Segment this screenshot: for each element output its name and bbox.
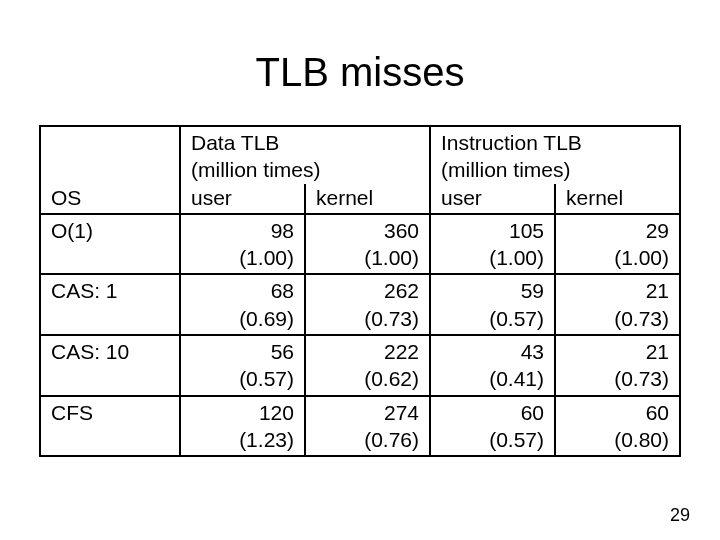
table-row: O(1) 98(1.00) 360(1.00) 105(1.00) 29(1.0… (40, 214, 680, 275)
cell: 120(1.23) (180, 396, 305, 457)
table-row: CAS: 1 68(0.69) 262(0.73) 59(0.57) 21(0.… (40, 274, 680, 335)
cell: 56(0.57) (180, 335, 305, 396)
row-os: CAS: 1 (40, 274, 180, 335)
cell: 68(0.69) (180, 274, 305, 335)
slide: TLB misses Data TLB(million times) Instr… (0, 0, 720, 540)
header-row-1: Data TLB(million times) Instruction TLB(… (40, 126, 680, 184)
header-data-kernel: kernel (305, 184, 430, 214)
cell: 43(0.41) (430, 335, 555, 396)
cell: 105(1.00) (430, 214, 555, 275)
cell: 21(0.73) (555, 274, 680, 335)
header-instr-user: user (430, 184, 555, 214)
cell: 360(1.00) (305, 214, 430, 275)
tlb-table: Data TLB(million times) Instruction TLB(… (39, 125, 681, 457)
cell: 60(0.57) (430, 396, 555, 457)
slide-title: TLB misses (30, 50, 690, 95)
row-os: O(1) (40, 214, 180, 275)
header-instr-tlb: Instruction TLB(million times) (430, 126, 680, 184)
cell: 262(0.73) (305, 274, 430, 335)
header-os-blank (40, 126, 180, 184)
cell: 98(1.00) (180, 214, 305, 275)
header-data-user: user (180, 184, 305, 214)
cell: 60(0.80) (555, 396, 680, 457)
cell: 21(0.73) (555, 335, 680, 396)
cell: 59(0.57) (430, 274, 555, 335)
table-row: CAS: 10 56(0.57) 222(0.62) 43(0.41) 21(0… (40, 335, 680, 396)
cell: 29(1.00) (555, 214, 680, 275)
page-number: 29 (670, 505, 690, 526)
row-os: CAS: 10 (40, 335, 180, 396)
cell: 274(0.76) (305, 396, 430, 457)
header-row-2: OS user kernel user kernel (40, 184, 680, 214)
header-instr-kernel: kernel (555, 184, 680, 214)
header-data-tlb: Data TLB(million times) (180, 126, 430, 184)
cell: 222(0.62) (305, 335, 430, 396)
header-os: OS (40, 184, 180, 214)
table-row: CFS 120(1.23) 274(0.76) 60(0.57) 60(0.80… (40, 396, 680, 457)
row-os: CFS (40, 396, 180, 457)
